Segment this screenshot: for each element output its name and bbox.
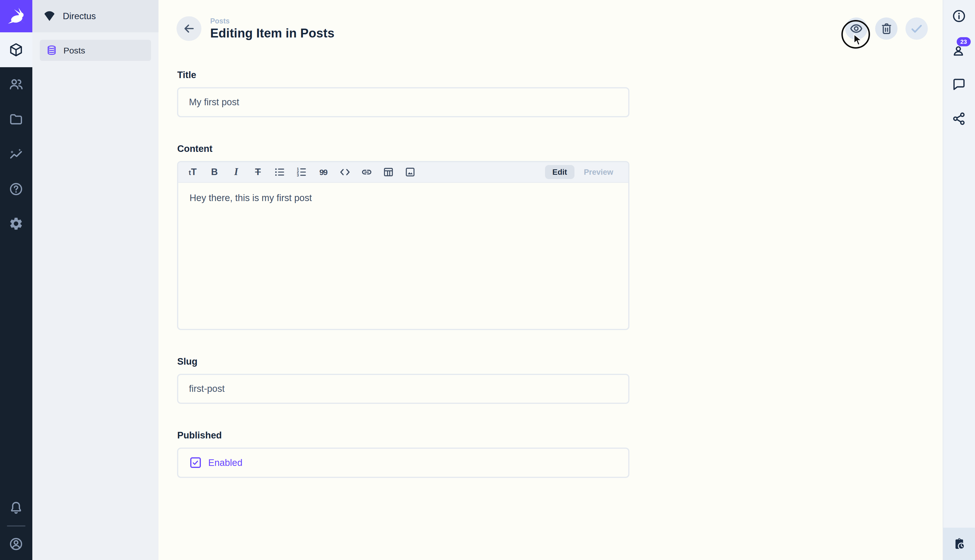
item-form: Title Content tT B I [158, 70, 629, 478]
trash-icon [880, 22, 893, 35]
comments-button[interactable] [952, 77, 967, 92]
field-title-label: Title [177, 70, 629, 80]
module-user-directory[interactable] [0, 67, 32, 102]
revisions-button[interactable]: 23 [952, 43, 967, 58]
field-published: Published Enabled [177, 430, 629, 478]
module-content[interactable] [0, 32, 32, 67]
field-slug-label: Slug [177, 356, 629, 367]
module-insights[interactable] [0, 137, 32, 172]
checkbox-checked-icon[interactable] [190, 457, 201, 468]
content-textarea[interactable]: Hey there, this is my first post [178, 183, 628, 329]
box-icon [8, 42, 23, 57]
fan-icon [43, 11, 56, 22]
table-icon[interactable] [380, 164, 397, 180]
module-file-library[interactable] [0, 102, 32, 137]
published-checkbox-label: Enabled [208, 457, 243, 468]
numbered-list-icon[interactable]: 1 2 3 [293, 164, 310, 180]
project-chooser[interactable]: Directus [32, 0, 158, 32]
slug-input[interactable] [177, 374, 629, 403]
save-item-button[interactable] [905, 17, 928, 40]
field-slug: Slug [177, 356, 629, 403]
tab-preview[interactable]: Preview [577, 165, 621, 179]
title-block: Posts Editing Item in Posts [210, 17, 335, 40]
quote-icon[interactable]: 99 [315, 164, 331, 180]
bell-icon [8, 500, 23, 515]
markdown-editor: tT B I T [177, 161, 629, 330]
right-sidebar: 23 [943, 0, 975, 560]
database-icon [46, 45, 57, 56]
bold-icon[interactable]: B [206, 164, 223, 180]
info-icon [952, 8, 967, 23]
delete-item-button[interactable] [875, 17, 897, 40]
page-header: Posts Editing Item in Posts [158, 0, 943, 41]
notification-count-badge: 23 [957, 37, 971, 46]
gear-icon [8, 216, 23, 231]
field-published-label: Published [177, 430, 629, 441]
account-button[interactable] [0, 528, 32, 560]
sidebar-toggle-button[interactable] [943, 528, 975, 560]
notifications-button[interactable] [0, 492, 32, 524]
main-content: Posts Editing Item in Posts [158, 0, 943, 560]
module-settings[interactable] [0, 207, 32, 242]
link-icon[interactable] [359, 164, 375, 180]
nav-sidebar: Directus Posts [32, 0, 158, 560]
insights-icon [8, 147, 23, 162]
code-icon[interactable] [337, 164, 353, 180]
directus-app: Directus Posts [0, 0, 975, 560]
editor-toolbar: tT B I T [178, 162, 628, 183]
field-content-label: Content [177, 143, 629, 154]
info-button[interactable] [952, 8, 967, 23]
module-bar [0, 0, 32, 560]
field-title: Title [177, 70, 629, 117]
directus-logo-button[interactable] [0, 0, 32, 32]
back-button[interactable] [177, 16, 202, 41]
comment-icon [952, 77, 967, 92]
check-icon [909, 21, 924, 36]
project-name: Directus [63, 11, 96, 22]
image-icon[interactable] [402, 164, 418, 180]
title-input[interactable] [177, 87, 629, 117]
preview-item-button[interactable] [845, 17, 867, 40]
italic-icon[interactable]: I [228, 164, 244, 180]
share-button[interactable] [952, 111, 967, 126]
account-circle-icon [8, 537, 23, 552]
folder-icon [8, 112, 23, 127]
directus-rabbit-icon [6, 6, 27, 27]
strikethrough-icon[interactable]: T [250, 164, 266, 180]
module-documentation[interactable] [0, 172, 32, 207]
eye-icon [849, 22, 863, 35]
help-icon [8, 182, 23, 197]
tab-edit[interactable]: Edit [545, 165, 575, 179]
nav-item-posts[interactable]: Posts [40, 40, 151, 61]
breadcrumb[interactable]: Posts [210, 17, 335, 25]
header-actions [845, 17, 928, 40]
field-content: Content tT B I T [177, 143, 629, 330]
page-title: Editing Item in Posts [210, 26, 335, 40]
format-size-icon[interactable]: tT [185, 164, 201, 180]
module-bar-divider [7, 525, 25, 527]
bulleted-list-icon[interactable] [272, 164, 288, 180]
svg-text:3: 3 [297, 173, 299, 177]
published-toggle[interactable]: Enabled [177, 448, 629, 478]
editor-mode-tabs: Edit Preview [545, 165, 622, 179]
clipboard-clock-icon [952, 537, 967, 552]
nav-item-label: Posts [63, 45, 85, 55]
share-icon [952, 111, 967, 126]
arrow-left-icon [182, 22, 196, 35]
users-icon [8, 77, 23, 92]
